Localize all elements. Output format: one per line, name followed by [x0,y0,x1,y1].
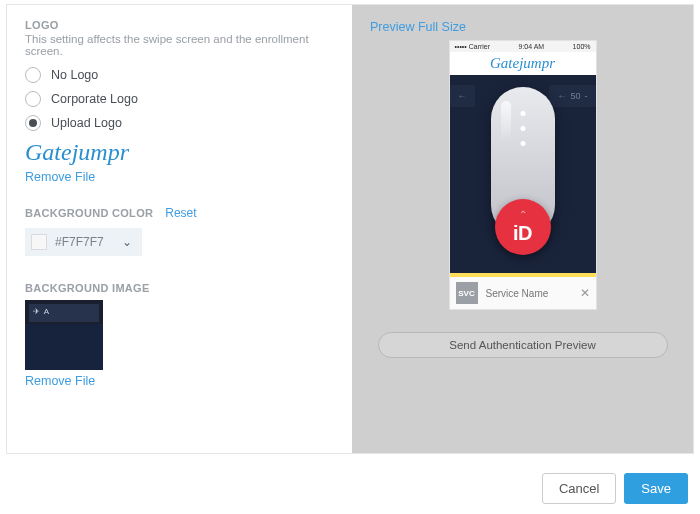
send-auth-preview-button[interactable]: Send Authentication Preview [378,332,668,358]
bgcolor-label: BACKGROUND COLOR [25,207,153,219]
chevron-up-icon: ⌃ [519,210,527,220]
bgimage-sign-text: ✈ A [33,307,50,316]
status-time: 9:04 AM [519,43,545,50]
service-icon: SVC [456,282,478,304]
radio-label: Corporate Logo [51,92,138,106]
phone-swipe-area: ← ←50- ⌃ iD [450,75,596,273]
radio-no-logo[interactable]: No Logo [25,67,334,83]
sign-right: ←50- [549,85,595,107]
footer-actions: Cancel Save [542,473,688,504]
status-carrier: ••••• Carrier [455,43,491,50]
save-button[interactable]: Save [624,473,688,504]
radio-icon [25,115,41,131]
radio-upload-logo[interactable]: Upload Logo [25,115,334,131]
logo-section-label: LOGO [25,19,334,31]
id-badge: ⌃ iD [495,199,551,255]
radio-icon [25,91,41,107]
sign-left: ← [450,85,475,107]
chevron-down-icon: ⌄ [122,235,132,249]
uploaded-logo-preview: Gatejumpr [25,139,334,166]
bgcolor-value: #F7F7F7 [55,235,104,249]
remove-bgimage-link[interactable]: Remove File [25,374,334,388]
radio-icon [25,67,41,83]
badge-text: iD [513,222,532,245]
radio-label: No Logo [51,68,98,82]
radio-corporate-logo[interactable]: Corporate Logo [25,91,334,107]
radio-label: Upload Logo [51,116,122,130]
phone-preview: ••••• Carrier 9:04 AM 100% Gatejumpr ← ←… [449,40,597,310]
bgimage-thumbnail[interactable]: ✈ A [25,300,103,370]
close-icon[interactable]: ✕ [580,286,590,300]
bgimage-label: BACKGROUND IMAGE [25,282,334,294]
settings-panel: LOGO This setting affects the swipe scre… [6,4,694,454]
phone-statusbar: ••••• Carrier 9:04 AM 100% [450,41,596,52]
service-name: Service Name [486,288,572,299]
remove-logo-link[interactable]: Remove File [25,170,334,184]
bgcolor-reset-link[interactable]: Reset [165,206,196,220]
color-swatch [31,234,47,250]
bgcolor-select[interactable]: #F7F7F7 ⌄ [25,228,142,256]
logo-section-desc: This setting affects the swipe screen an… [25,33,334,57]
service-row: SVC Service Name ✕ [450,277,596,309]
status-battery: 100% [573,43,591,50]
preview-column: Preview Full Size ••••• Carrier 9:04 AM … [352,5,693,453]
preview-full-size-link[interactable]: Preview Full Size [370,20,466,34]
phone-logo: Gatejumpr [450,52,596,75]
left-column: LOGO This setting affects the swipe scre… [7,5,352,453]
cancel-button[interactable]: Cancel [542,473,616,504]
